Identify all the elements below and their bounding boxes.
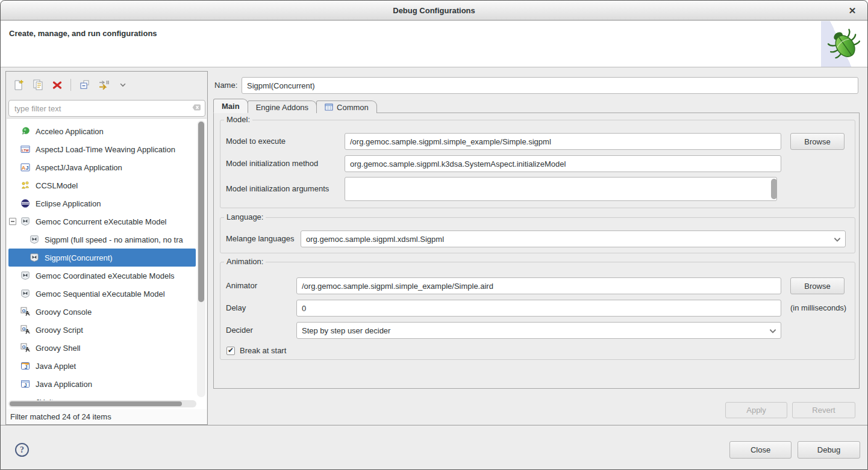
header-title: Create, manage, and run configurations — [9, 29, 157, 38]
tree-item-label: Sigpml (full speed - no animation, no tr… — [45, 235, 183, 244]
new-configuration-button[interactable] — [11, 77, 27, 93]
delay-input[interactable] — [296, 300, 781, 317]
configurations-panel: Acceleo ApplicationLTWAspectJ Load-Time … — [5, 71, 208, 425]
tree-item-label: Gemoc Coordinated eXecutable Models — [36, 271, 175, 280]
decider-combo[interactable]: Step by step user decider — [296, 322, 781, 339]
java-app-icon: J — [20, 379, 30, 389]
help-button[interactable]: ? — [15, 443, 29, 457]
groovy-icon: G — [20, 343, 30, 353]
tree-item[interactable]: GGroovy Script — [8, 321, 196, 339]
tab-bar: Main Engine Addons Common — [213, 99, 376, 113]
table-icon — [325, 103, 333, 111]
clear-filter-icon[interactable] — [192, 103, 201, 114]
init-args-scrollbar[interactable] — [771, 179, 777, 199]
filter-configurations-icon — [98, 79, 110, 91]
titlebar[interactable]: Debug Configurations ✕ — [1, 1, 867, 20]
tab-main[interactable]: Main — [213, 99, 248, 113]
tree-item-label: Groovy Script — [36, 326, 83, 335]
groovy-icon: G — [20, 307, 30, 317]
tree-item[interactable]: Gemoc Concurrent eXecutable Model — [8, 212, 196, 230]
svg-text:J: J — [24, 382, 27, 388]
tree-item[interactable]: Gemoc Sequential eXecutable Model — [8, 285, 196, 303]
tree-item[interactable]: GGroovy Console — [8, 303, 196, 321]
tree-item-label: AspectJ/Java Application — [36, 163, 122, 172]
model-to-execute-input[interactable] — [345, 133, 781, 150]
tab-engine-addons[interactable]: Engine Addons — [248, 100, 317, 113]
model-init-method-input[interactable] — [345, 155, 781, 172]
tree-vertical-scrollbar[interactable] — [197, 120, 205, 397]
delay-label: Delay — [226, 300, 246, 317]
duplicate-configuration-icon — [32, 79, 44, 91]
tree-item-label: Gemoc Sequential eXecutable Model — [36, 289, 165, 298]
tree-item-label: Sigpml(Concurrent) — [45, 253, 113, 262]
delete-configuration-button[interactable] — [49, 77, 65, 93]
tree-item[interactable]: LTWAspectJ Load-Time Weaving Application — [8, 140, 196, 158]
svg-text:LTW: LTW — [22, 149, 29, 152]
melange-languages-combo[interactable]: org.gemoc.sample.sigpml.xdsml.Sigpml — [301, 230, 846, 247]
acceleo-icon — [20, 126, 30, 136]
tree-item[interactable]: JJava Application — [8, 375, 196, 393]
tree-item[interactable]: AJAspectJ/Java Application — [8, 158, 196, 176]
svg-text:G: G — [22, 308, 25, 314]
tree-item-label: Groovy Console — [36, 308, 92, 317]
new-configuration-icon — [13, 79, 25, 91]
collapse-expander-icon[interactable] — [9, 218, 16, 225]
animator-browse-button[interactable]: Browse — [790, 277, 845, 294]
tree-item-label: AspectJ Load-Time Weaving Application — [36, 145, 175, 154]
close-window-icon[interactable]: ✕ — [845, 1, 860, 20]
svg-text:G: G — [22, 344, 25, 350]
duplicate-configuration-button[interactable] — [30, 77, 46, 93]
tree-item[interactable]: Acceleo Application — [8, 122, 196, 140]
gemoc-icon — [30, 253, 39, 262]
filter-box — [8, 100, 205, 117]
tree-item[interactable]: Sigpml (full speed - no animation, no tr… — [8, 230, 196, 249]
model-init-args-label: Model initialization arguments — [226, 181, 329, 197]
debug-bug-icon — [821, 21, 867, 67]
tree-item-label: CCSLModel — [36, 181, 78, 190]
header-banner: Create, manage, and run configurations — [1, 21, 867, 67]
animation-group-title: Animation: — [224, 257, 266, 266]
aspectj-java-icon: AJ — [20, 162, 30, 172]
collapse-all-button[interactable] — [76, 77, 92, 93]
tree-horizontal-scrollbar[interactable] — [8, 400, 196, 407]
tree-item-label: Acceleo Application — [36, 127, 104, 136]
model-browse-button[interactable]: Browse — [790, 133, 845, 150]
java-applet-icon: J — [20, 361, 30, 371]
tree-item[interactable]: GGroovy Shell — [8, 339, 196, 357]
eclipse-icon — [20, 199, 30, 208]
name-input[interactable] — [242, 77, 858, 94]
apply-button[interactable]: Apply — [725, 402, 787, 418]
gemoc-icon — [30, 235, 39, 244]
tree-item-label: Java Application — [36, 380, 92, 389]
tree-item-label: Groovy Shell — [36, 344, 80, 353]
gemoc-icon — [20, 271, 30, 280]
close-button[interactable]: Close — [729, 441, 792, 459]
ccsl-icon — [20, 181, 30, 190]
debug-button[interactable]: Debug — [798, 441, 860, 459]
tree-item[interactable]: JJava Applet — [8, 357, 196, 375]
toolbar-menu-button[interactable] — [115, 77, 131, 93]
filter-status: Filter matched 24 of 24 items — [7, 409, 207, 424]
tree-item[interactable]: CCSLModel — [8, 176, 196, 194]
decider-label: Decider — [226, 322, 253, 339]
svg-text:G: G — [22, 326, 25, 332]
debug-configurations-dialog: Debug Configurations ✕ Create, manage, a… — [0, 0, 868, 470]
tab-common[interactable]: Common — [316, 100, 377, 113]
tree-item[interactable]: Gemoc Coordinated eXecutable Models — [8, 267, 196, 285]
model-group-title: Model: — [224, 115, 252, 124]
tree-item[interactable]: Eclipse Application — [8, 194, 196, 212]
question-mark-icon: ? — [20, 445, 24, 455]
revert-button[interactable]: Revert — [792, 402, 855, 418]
filter-configurations-button[interactable] — [96, 77, 111, 93]
svg-text:J: J — [25, 364, 28, 370]
model-init-args-textarea[interactable] — [345, 177, 777, 201]
animator-label: Animator — [226, 277, 257, 294]
tree-item-label: Java Applet — [36, 362, 76, 371]
break-at-start-checkbox[interactable]: ✔ — [226, 347, 235, 355]
tree-item-label: Gemoc Concurrent eXecutable Model — [36, 217, 167, 226]
animator-input[interactable] — [296, 277, 781, 294]
name-label: Name: — [214, 77, 237, 94]
tree-item[interactable]: Sigpml(Concurrent) — [8, 249, 196, 267]
collapse-all-icon — [78, 79, 90, 91]
filter-input[interactable] — [14, 104, 192, 113]
